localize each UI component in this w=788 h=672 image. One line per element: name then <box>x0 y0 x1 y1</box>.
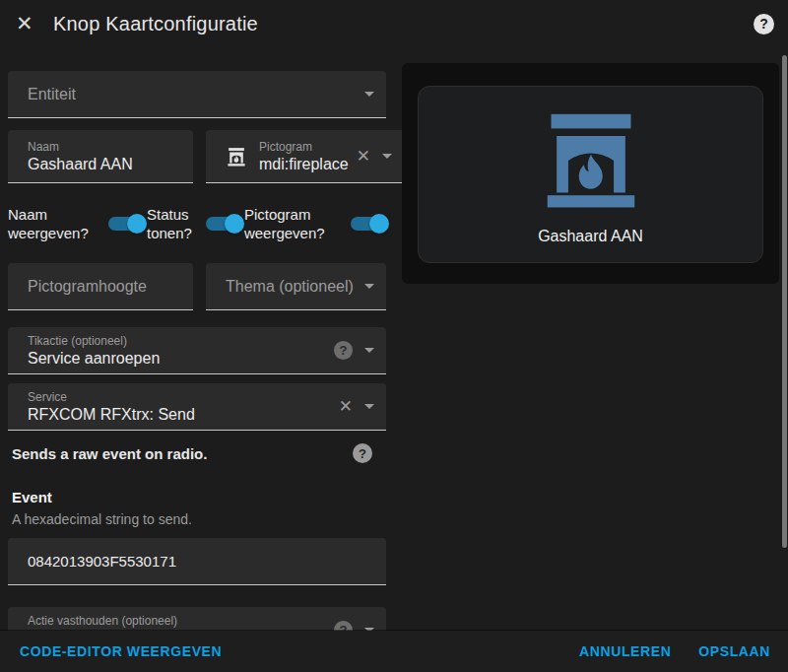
icon-value: mdi:fireplace <box>259 156 349 173</box>
help-icon[interactable]: ? <box>754 14 774 34</box>
chevron-down-icon <box>364 92 374 97</box>
show-state-label: Status tonen? <box>147 205 192 243</box>
icon-picker-field[interactable]: Pictogram mdi:fireplace ✕ <box>206 130 404 183</box>
show-icon-label: Pictogram weergeven? <box>244 205 337 243</box>
chevron-down-icon <box>364 404 374 409</box>
help-icon[interactable]: ? <box>334 341 353 360</box>
service-label: Service <box>28 390 331 404</box>
icon-height-label: Pictogramhoogte <box>28 278 147 296</box>
event-field-title: Event <box>8 489 386 505</box>
clear-icon[interactable]: ✕ <box>339 398 353 415</box>
chevron-down-icon <box>364 284 374 289</box>
show-icon-toggle-group: Pictogram weergeven? <box>244 205 389 243</box>
card-config-dialog: ✕ Knop Kaartconfiguratie ? Entiteit Naam… <box>0 0 788 672</box>
service-description: Sends a raw event on radio. <box>12 445 207 462</box>
tap-action-select[interactable]: Tikactie (optioneel) Service aanroepen ? <box>8 327 386 374</box>
service-select[interactable]: Service RFXCOM RFXtrx: Send ✕ <box>8 383 386 431</box>
theme-label: Thema (optioneel) <box>226 278 354 296</box>
preview-card-label: Gashaard AAN <box>538 228 643 245</box>
chevron-down-icon <box>364 348 374 353</box>
entity-label: Entiteit <box>28 86 76 103</box>
close-icon[interactable]: ✕ <box>16 12 41 35</box>
preview-button-card[interactable]: Gashaard AAN <box>418 86 763 263</box>
entity-select[interactable]: Entiteit <box>8 71 386 118</box>
show-name-label: Naam weergeven? <box>8 205 95 243</box>
save-button[interactable]: OPSLAAN <box>698 643 770 659</box>
name-value: Gashaard AAN <box>28 156 181 173</box>
show-name-toggle-group: Naam weergeven? <box>8 205 147 243</box>
icon-label: Pictogram <box>259 140 349 154</box>
show-state-toggle-group: Status tonen? <box>147 205 244 243</box>
service-description-row: Sends a raw event on radio. ? <box>8 443 386 463</box>
clear-icon[interactable]: ✕ <box>357 148 370 165</box>
dialog-title: Knop Kaartconfiguratie <box>53 13 258 35</box>
name-label: Naam <box>28 140 181 154</box>
code-editor-button[interactable]: CODE-EDITOR WEERGEVEN <box>20 643 222 659</box>
preview-column: Gashaard AAN <box>402 63 779 284</box>
toggle-row: Naam weergeven? Status tonen? Pictogram … <box>8 196 386 251</box>
fireplace-icon <box>532 103 650 215</box>
scrollbar-thumb[interactable] <box>782 55 787 548</box>
name-field[interactable]: Naam Gashaard AAN <box>8 130 193 183</box>
icon-height-field[interactable]: Pictogramhoogte <box>8 263 193 310</box>
help-icon[interactable]: ? <box>353 443 372 463</box>
event-field-description: A hexadecimal string to send. <box>8 511 386 527</box>
show-state-toggle[interactable] <box>205 214 244 234</box>
tap-action-value: Service aanroepen <box>28 350 326 368</box>
event-input[interactable] <box>8 538 386 585</box>
dialog-content: Entiteit Naam Gashaard AAN <box>0 47 788 654</box>
show-name-toggle[interactable] <box>107 214 147 234</box>
dialog-header: ✕ Knop Kaartconfiguratie ? <box>0 0 788 47</box>
tap-action-label: Tikactie (optioneel) <box>28 334 326 348</box>
config-form: Entiteit Naam Gashaard AAN <box>8 71 386 654</box>
dialog-footer: CODE-EDITOR WEERGEVEN ANNULEREN OPSLAAN <box>0 631 788 672</box>
hold-action-label: Actie vasthouden (optioneel) <box>28 614 326 628</box>
show-icon-toggle[interactable] <box>350 214 389 234</box>
cancel-button[interactable]: ANNULEREN <box>579 643 671 659</box>
preview-panel: Gashaard AAN <box>402 63 779 284</box>
service-value: RFXCOM RFXtrx: Send <box>28 406 331 424</box>
fireplace-icon <box>226 146 247 168</box>
theme-select[interactable]: Thema (optioneel) <box>206 263 386 310</box>
chevron-down-icon <box>382 154 392 159</box>
